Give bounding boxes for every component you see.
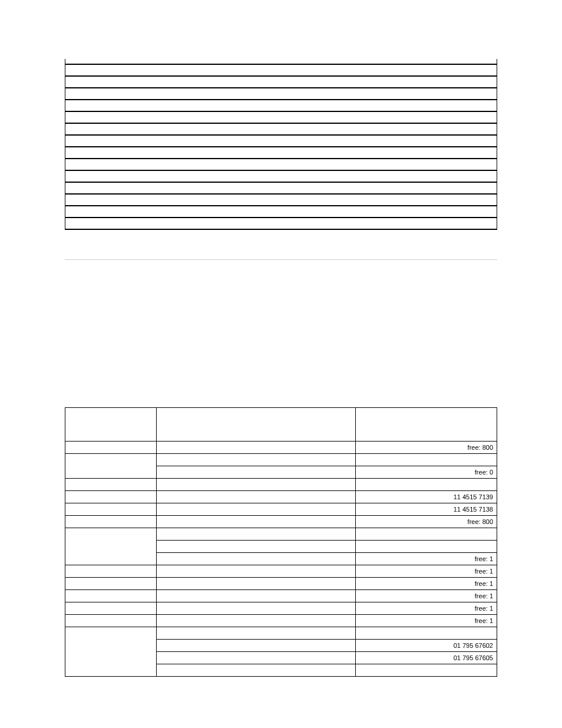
table-cell xyxy=(65,454,157,479)
table-row xyxy=(65,99,497,111)
table-row xyxy=(65,59,497,64)
table-cell: free: 800 xyxy=(356,442,497,454)
table-row xyxy=(65,170,497,182)
table-cell xyxy=(157,541,356,553)
table-row xyxy=(65,87,497,99)
table-cell: 11 4515 7139 xyxy=(356,491,497,503)
table-row xyxy=(65,134,497,146)
table-row xyxy=(65,111,497,123)
table-row: free: 1 xyxy=(65,602,497,615)
table-cell xyxy=(356,454,497,466)
table-cell: free: 1 xyxy=(356,615,497,627)
table-row xyxy=(65,123,497,134)
table-cell xyxy=(65,590,157,602)
table-cell xyxy=(157,528,356,541)
table-cell xyxy=(356,664,497,677)
table-row: free: 1 xyxy=(65,615,497,627)
table-cell xyxy=(157,479,356,491)
table-cell: 01 795 67605 xyxy=(356,652,497,664)
table-row: free: 1 xyxy=(65,565,497,578)
table-cell: free: 1 xyxy=(356,578,497,590)
table-cell xyxy=(157,627,356,640)
table-cell: free: 1 xyxy=(356,590,497,602)
table-cell xyxy=(356,479,497,491)
table-row xyxy=(65,627,497,640)
lower-table-wrap: free: 800free: 011 4515 713911 4515 7138… xyxy=(65,407,497,677)
table-row xyxy=(65,64,497,75)
table-cell xyxy=(157,503,356,516)
table-row xyxy=(65,158,497,170)
table-cell xyxy=(157,442,356,454)
table-cell xyxy=(157,553,356,565)
table-row xyxy=(65,217,497,229)
table-cell xyxy=(65,503,157,516)
table-cell: 11 4515 7138 xyxy=(356,503,497,516)
table-cell xyxy=(157,516,356,528)
table-header-cell xyxy=(157,408,356,442)
table-row xyxy=(65,182,497,193)
table-row: free: 800 xyxy=(65,442,497,454)
table-cell xyxy=(157,578,356,590)
table-cell xyxy=(157,466,356,479)
table-cell xyxy=(356,528,497,541)
table-header-cell xyxy=(356,408,497,442)
table-cell xyxy=(65,565,157,578)
table-row: free: 1 xyxy=(65,590,497,602)
table-cell xyxy=(157,615,356,627)
table-cell xyxy=(157,491,356,503)
table-cell xyxy=(65,516,157,528)
table-cell xyxy=(157,602,356,615)
table-cell: free: 1 xyxy=(356,553,497,565)
table-row xyxy=(65,528,497,541)
table-row: free: 1 xyxy=(65,578,497,590)
table-cell xyxy=(157,565,356,578)
table-cell xyxy=(65,627,157,677)
table-row xyxy=(65,75,497,87)
table-cell xyxy=(65,442,157,454)
table-cell: free: 0 xyxy=(356,466,497,479)
table-cell xyxy=(157,640,356,652)
table-cell xyxy=(157,590,356,602)
table-cell xyxy=(65,491,157,503)
table-cell: free: 1 xyxy=(356,565,497,578)
section-divider xyxy=(65,259,497,260)
table-row xyxy=(65,146,497,158)
table-row xyxy=(65,193,497,205)
table-cell xyxy=(65,528,157,565)
page: free: 800free: 011 4515 713911 4515 7138… xyxy=(0,59,562,677)
table-cell xyxy=(157,664,356,677)
table-cell xyxy=(157,652,356,664)
table-cell: free: 800 xyxy=(356,516,497,528)
table-cell xyxy=(356,541,497,553)
table-cell: 01 795 67602 xyxy=(356,640,497,652)
table-cell xyxy=(65,479,157,491)
table-header-cell xyxy=(65,408,157,442)
table-cell xyxy=(356,627,497,640)
table-row xyxy=(65,205,497,217)
table-cell: free: 1 xyxy=(356,602,497,615)
table-row xyxy=(65,479,497,491)
table-header-row xyxy=(65,408,497,442)
table-cell xyxy=(65,615,157,627)
lower-table: free: 800free: 011 4515 713911 4515 7138… xyxy=(65,407,497,677)
table-row: 11 4515 7139 xyxy=(65,491,497,503)
upper-table-block xyxy=(65,59,497,230)
table-cell xyxy=(157,454,356,466)
table-cell xyxy=(65,578,157,590)
table-row: free: 800 xyxy=(65,516,497,528)
table-cell xyxy=(65,602,157,615)
table-row xyxy=(65,454,497,466)
table-row: 11 4515 7138 xyxy=(65,503,497,516)
